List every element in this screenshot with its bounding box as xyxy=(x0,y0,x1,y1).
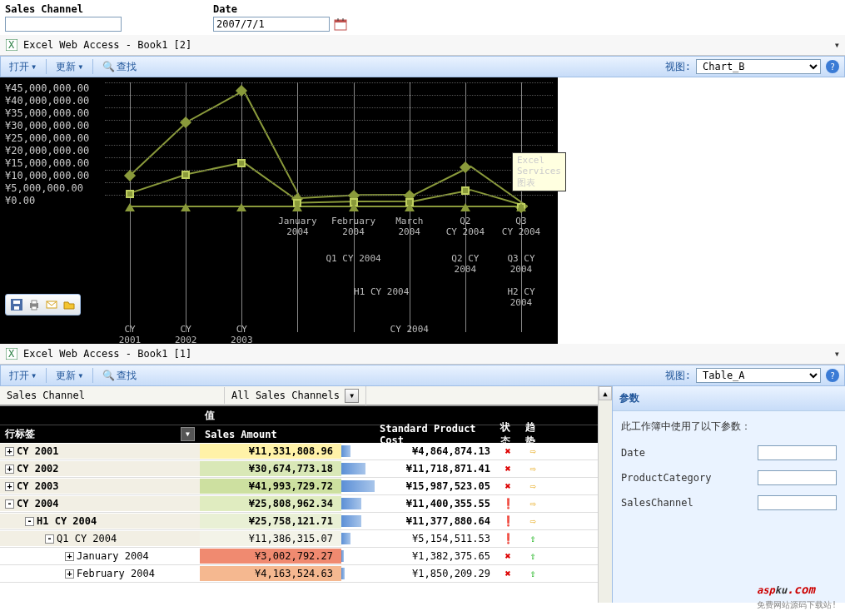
expand-button[interactable]: - xyxy=(5,499,14,509)
find-button[interactable]: 🔍查找 xyxy=(99,58,140,76)
trend-right-icon: ⇨ xyxy=(529,498,535,509)
view-select-1[interactable]: Chart_B xyxy=(696,59,821,74)
expand-button[interactable]: + xyxy=(65,552,74,561)
refresh-button-2[interactable]: 更新 ▾ xyxy=(52,367,87,385)
chart-mini-toolbar xyxy=(5,294,81,315)
table-row: +January 2004¥3,002,792.27¥1,382,375.65✖… xyxy=(0,548,598,565)
webpart-title-2: Excel Web Access - Book1 [1] xyxy=(23,348,191,360)
value-header: 值 xyxy=(200,406,220,425)
find-icon: 🔍 xyxy=(102,370,115,381)
refresh-button[interactable]: 更新 ▾ xyxy=(52,58,87,76)
trend-right-icon: ⇨ xyxy=(529,445,535,457)
y-tick: ¥20,000,000.00 xyxy=(5,145,89,157)
chart-marker xyxy=(181,203,191,211)
trend-up-icon: ⇧ xyxy=(529,533,535,544)
chart-marker xyxy=(181,171,190,179)
help-icon-2[interactable]: ? xyxy=(826,369,839,382)
row-dropdown[interactable]: ▼ xyxy=(181,427,195,441)
table-row: -CY 2004¥25,808,962.34¥11,400,355.55❗⇨ xyxy=(0,495,598,513)
param-label: ProductCategory xyxy=(621,472,753,484)
category-label: Q3 CY 2004 xyxy=(502,216,540,237)
table-row: +CY 2003¥41,993,729.72¥15,987,523.05✖⇨ xyxy=(0,478,598,495)
param-row: SalesChannel xyxy=(621,495,837,510)
expand-button[interactable]: - xyxy=(25,517,34,526)
y-tick: ¥10,000,000.00 xyxy=(5,170,89,182)
row-header: 行标签 xyxy=(5,427,35,441)
webpart-menu-1[interactable]: ▾ xyxy=(834,39,840,51)
trend-up-icon: ⇧ xyxy=(529,568,535,579)
param-input[interactable] xyxy=(758,445,837,460)
save-icon[interactable] xyxy=(9,297,24,312)
svg-rect-7 xyxy=(13,301,20,304)
view-label-2: 视图: xyxy=(665,369,691,383)
filter-dropdown[interactable]: ▼ xyxy=(345,389,359,403)
svg-text:X: X xyxy=(8,39,15,51)
chart-marker xyxy=(292,203,302,211)
chart-marker xyxy=(460,203,470,211)
expand-button[interactable]: + xyxy=(65,569,74,579)
find-button-2[interactable]: 🔍查找 xyxy=(99,367,140,385)
param-label: Date xyxy=(621,447,753,459)
pivot-table: Sales Channel All Sales Channels ▼ 值 行标签… xyxy=(0,386,598,603)
chart-marker xyxy=(405,203,415,211)
status-x-icon: ✖ xyxy=(505,445,510,457)
svg-rect-1 xyxy=(335,20,346,22)
open-button-2[interactable]: 打开 ▾ xyxy=(6,367,40,385)
date-input[interactable] xyxy=(213,17,330,32)
find-icon: 🔍 xyxy=(102,61,115,72)
category-label: CY 2002 xyxy=(175,324,197,345)
status-x-icon: ✖ xyxy=(505,480,510,492)
status-x-icon: ✖ xyxy=(505,463,510,474)
y-tick: ¥5,000,000.00 xyxy=(5,182,89,195)
status-warn-icon: ❗ xyxy=(502,533,514,544)
chart-marker xyxy=(236,203,246,211)
y-tick: ¥0.00 xyxy=(5,195,89,207)
param-note: 此工作簿中使用了以下参数： xyxy=(621,420,837,434)
sales-channel-input[interactable] xyxy=(5,17,122,32)
expand-button[interactable]: + xyxy=(5,447,14,456)
toolbar-1: 打开 ▾ 更新 ▾ 🔍查找 视图: Chart_B ? xyxy=(0,56,845,77)
webpart-menu-2[interactable]: ▾ xyxy=(834,348,840,360)
print-icon[interactable] xyxy=(27,297,42,312)
scroll-up[interactable]: ▲ xyxy=(599,386,612,400)
category-label: Q2 CY 2004 xyxy=(446,216,485,237)
chart-area: ¥45,000,000.00¥40,000,000.00¥35,000,000.… xyxy=(0,77,558,344)
category-label: CY 2001 xyxy=(119,324,142,345)
trend-up-icon: ⇧ xyxy=(529,550,535,562)
view-label: 视图: xyxy=(665,60,691,74)
table-row: +CY 2001¥11,331,808.96¥4,864,874.13✖⇨ xyxy=(0,443,598,460)
category-label: March 2004 xyxy=(395,216,423,237)
category-label: January 2004 xyxy=(278,216,316,237)
expand-button[interactable]: + xyxy=(5,482,14,491)
excel-icon: X xyxy=(5,38,18,52)
svg-rect-8 xyxy=(14,306,19,310)
webpart-header-1: X Excel Web Access - Book1 [2] ▾ xyxy=(0,35,845,56)
open-button[interactable]: 打开 ▾ xyxy=(6,58,40,76)
param-label: SalesChannel xyxy=(621,497,753,509)
chart-marker xyxy=(126,190,134,198)
y-tick: ¥35,000,000.00 xyxy=(5,107,89,120)
col-sales: Sales Amount xyxy=(200,426,341,443)
vertical-scrollbar[interactable]: ▲ xyxy=(598,386,612,603)
category-group-label: Q1 CY 2004 xyxy=(326,253,380,264)
param-input[interactable] xyxy=(758,495,837,510)
category-group-label: CY 2004 xyxy=(390,324,429,335)
table-row: +February 2004¥4,163,524.63¥1,850,209.29… xyxy=(0,565,598,583)
folder-icon[interactable] xyxy=(62,297,77,312)
svg-rect-11 xyxy=(32,306,37,310)
param-row: Date xyxy=(621,445,837,460)
category-group-label: H2 CY 2004 xyxy=(507,286,534,308)
y-tick: ¥30,000,000.00 xyxy=(5,120,89,132)
date-label: Date xyxy=(213,3,348,15)
mail-icon[interactable] xyxy=(44,297,59,312)
expand-button[interactable]: - xyxy=(45,534,54,544)
calendar-icon[interactable] xyxy=(333,17,348,32)
expand-button[interactable]: + xyxy=(5,464,14,474)
y-tick: ¥15,000,000.00 xyxy=(5,157,89,170)
view-select-2[interactable]: Table_A xyxy=(696,368,821,383)
help-icon[interactable]: ? xyxy=(826,60,839,73)
sales-channel-label: Sales Channel xyxy=(5,3,122,15)
trend-right-icon: ⇨ xyxy=(529,515,535,527)
param-input[interactable] xyxy=(758,470,837,485)
category-group-label: Q2 CY 2004 xyxy=(451,253,479,275)
